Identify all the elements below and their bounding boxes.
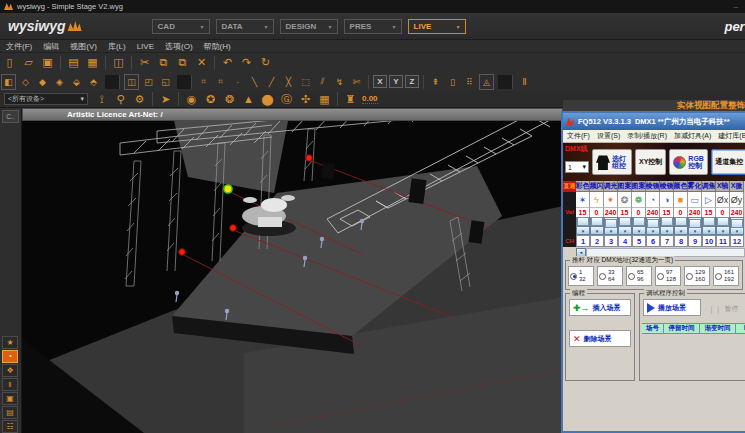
dock-icon[interactable]: ◔ (2, 350, 18, 363)
axis-button[interactable]: Y (389, 75, 403, 88)
toolbar-icon[interactable]: ▦ (316, 91, 333, 107)
toolbar-icon[interactable]: ✣ (297, 91, 314, 107)
fader-thumb[interactable] (577, 217, 589, 226)
viewport-header[interactable]: Artistic Licence Art-Net: / (22, 108, 563, 121)
toolbar-icon[interactable]: ⫽ (315, 74, 330, 90)
fader-thumb[interactable] (731, 219, 743, 228)
menu-item[interactable]: 视图(V) (70, 41, 97, 52)
toolbar-icon[interactable]: ▯ (445, 74, 460, 90)
dmx-menu-item[interactable]: 设置(S) (597, 131, 620, 141)
toolbar-icon[interactable]: ◧ (1, 74, 16, 90)
menu-item[interactable]: 库(L) (108, 41, 126, 52)
address-page-option[interactable]: 161 192 (713, 266, 739, 286)
toolbar-icon[interactable] (60, 56, 61, 70)
fader-thumb[interactable] (661, 217, 673, 226)
toolbar-icon[interactable]: ∙ (230, 74, 245, 90)
mode-tab[interactable]: LIVE ▾ (408, 19, 466, 34)
delete-scene-button[interactable]: ✕ 删除场景 (569, 330, 631, 347)
fader-down-button[interactable]: ▾ (674, 226, 688, 235)
toolbar-icon[interactable]: ⬤ (259, 91, 276, 107)
fader-thumb[interactable] (647, 219, 659, 228)
radio-icon[interactable] (657, 273, 664, 280)
xy-control-button[interactable]: XY控制 (635, 149, 666, 175)
channel-function-label[interactable]: X微 (730, 181, 744, 192)
mode-tab[interactable]: PRES ▾ (344, 19, 402, 34)
address-page-option[interactable]: 1 32 (568, 266, 594, 286)
axis-button[interactable]: Z (405, 75, 419, 88)
dmx-title-bar[interactable]: FQ512 V3.3.1.3 DMX1 **广州力当电子科技** (563, 113, 745, 130)
fader-thumb[interactable] (675, 217, 687, 226)
toolbar-icon[interactable]: ↻ (257, 55, 274, 71)
dmx-menu-item[interactable]: 建灯库(B) (718, 131, 745, 141)
fader-thumb[interactable] (633, 217, 645, 226)
mode-tab[interactable]: DESIGN ▾ (280, 19, 338, 34)
toolbar-icon[interactable]: ◬ (479, 74, 494, 90)
toolbar-icon[interactable] (131, 56, 132, 70)
toolbar-icon[interactable]: ❂ (221, 91, 238, 107)
fader-down-button[interactable]: ▾ (632, 226, 646, 235)
toolbar-icon[interactable] (152, 92, 153, 106)
toolbar-icon[interactable]: ✕ (193, 55, 210, 71)
mode-tab[interactable]: CAD ▾ (152, 19, 210, 34)
dmx-menu-item[interactable]: 文件(F) (567, 131, 590, 141)
toolbar-icon[interactable]: ↷ (238, 55, 255, 71)
dock-icon[interactable]: ★ (2, 336, 18, 349)
fader-thumb[interactable] (605, 219, 617, 228)
toolbar-icon[interactable]: ╳ (281, 74, 296, 90)
fader-down-button[interactable]: ▾ (576, 226, 590, 235)
toolbar-icon[interactable] (178, 92, 179, 106)
toolbar-icon[interactable]: ⚲ (112, 91, 129, 107)
toolbar-icon[interactable]: ♜ (342, 91, 359, 107)
rgb-control-button[interactable]: RGB控制 (669, 149, 708, 175)
channel-function-label[interactable]: X轴 (716, 181, 730, 192)
toolbar-icon[interactable]: ➤ (157, 91, 174, 107)
toolbar-icon[interactable]: ⬚ (298, 74, 313, 90)
device-filter-combo[interactable]: <所有设备> ▾ (4, 93, 88, 105)
channel-master-button[interactable]: 通道集控 (711, 149, 745, 175)
toolbar-icon[interactable]: ▦ (84, 55, 101, 71)
toolbar-icon[interactable]: ▤ (65, 55, 82, 71)
toolbar-icon[interactable]: ↯ (332, 74, 347, 90)
toolbar-icon[interactable] (214, 56, 215, 70)
toolbar-icon[interactable]: Ⓖ (278, 91, 295, 107)
menu-item[interactable]: 文件(F) (6, 41, 32, 52)
toolbar-icon[interactable]: ◈ (52, 74, 67, 90)
toolbar-icon[interactable]: ◫ (110, 55, 127, 71)
group-select-button[interactable]: 选灯组控 (592, 149, 632, 175)
fader-thumb[interactable] (717, 217, 729, 226)
toolbar-icon[interactable]: ⧉ (174, 55, 191, 71)
toolbar-icon[interactable]: ⠿ (462, 74, 477, 90)
toolbar-icon[interactable]: ▣ (39, 55, 56, 71)
channel-function-label[interactable]: 图案 (632, 181, 646, 192)
toolbar-icon[interactable]: ◆ (35, 74, 50, 90)
fader-down-button[interactable]: ▾ (618, 226, 632, 235)
radio-icon[interactable] (628, 273, 635, 280)
toolbar-icon[interactable]: ⟟ (93, 91, 110, 107)
channel-function-label[interactable]: 颜色 (674, 181, 688, 192)
fader-thumb[interactable] (619, 217, 631, 226)
toolbar-icon[interactable]: ╲ (247, 74, 262, 90)
channel-function-label[interactable]: 棱镜 (646, 181, 660, 192)
menu-item[interactable]: 选项(O) (165, 41, 193, 52)
toolbar-icon[interactable]: ◫ (124, 74, 139, 90)
axis-button[interactable]: X (373, 75, 387, 88)
toolbar-icon[interactable]: ╱ (264, 74, 279, 90)
channel-function-label[interactable]: 图案 (618, 181, 632, 192)
toolbar-icon[interactable]: ⌗ (213, 74, 228, 90)
toolbar-icon[interactable]: ◱ (158, 74, 173, 90)
radio-icon[interactable] (715, 273, 722, 280)
dock-icon[interactable]: ▣ (2, 392, 18, 405)
dock-icon[interactable]: ☷ (2, 420, 18, 433)
radio-icon[interactable] (570, 273, 577, 280)
radio-icon[interactable] (686, 273, 693, 280)
menu-item[interactable]: 编辑 (43, 41, 59, 52)
fader-thumb[interactable] (689, 219, 701, 228)
toolbar-icon[interactable]: ▯ (1, 55, 18, 71)
channel-function-label[interactable]: 雾化 (688, 181, 702, 192)
pause-button[interactable]: ❘❘ 暂停 (708, 304, 738, 314)
toolbar-icon[interactable]: ✂ (136, 55, 153, 71)
menu-item[interactable]: 帮助(H) (204, 41, 231, 52)
dmx-line-combo[interactable]: 1 ▾ (565, 161, 589, 173)
channel-function-label[interactable]: 调光 (604, 181, 618, 192)
toolbar-icon[interactable]: ⌗ (196, 74, 211, 90)
